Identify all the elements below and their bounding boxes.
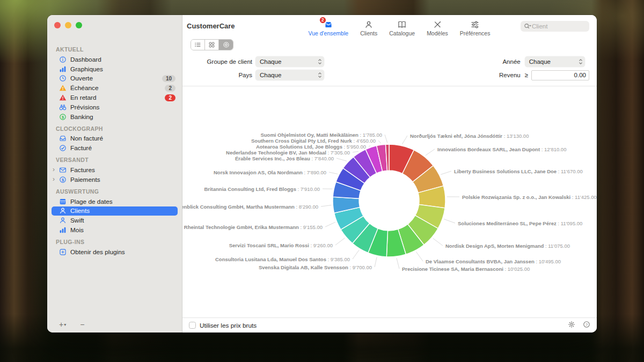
tray-icon [59, 135, 67, 142]
toolbar-item-label: Modèles [427, 30, 448, 36]
sidebar-item-label: Mois [70, 226, 178, 234]
check-circle-icon [59, 144, 67, 152]
revenue-filter-label: Revenu [495, 72, 521, 78]
search-input[interactable] [532, 23, 586, 29]
sidebar-item-label: Paiements [70, 176, 178, 183]
chart-area: Norðurljós Tækni ehf, Jóna Jónsdóttir : … [182, 86, 597, 317]
sidebar-section-title: PLUG-INS [47, 235, 182, 247]
label-leader-line [369, 146, 370, 146]
toolbar-item-label: Préférences [460, 30, 491, 36]
sidebar-item-factures[interactable]: ›Factures [52, 165, 178, 175]
zoom-window-button[interactable] [76, 22, 82, 28]
sidebar-item-mois[interactable]: Mois [52, 225, 178, 235]
disclosure-chevron-icon[interactable]: › [53, 175, 55, 183]
segment-label: Svenska Digitala AB, Kalle Svensson : 9'… [259, 264, 372, 270]
segment-label: Rheintal Technologie GmbH, Erika Musterm… [184, 224, 323, 230]
label-leader-line [321, 205, 331, 207]
segment-label: De Vlaamse Consultants BVBA, Jan Janssen… [426, 258, 561, 264]
dollar-circle-icon: $ [59, 113, 67, 121]
overview-icon: 2 [323, 20, 334, 29]
segment-label: Suomi Ohjelmistot Oy, Matti Meikäläinen … [260, 132, 382, 138]
use-gross-prices-label: Utiliser les prix bruts [200, 322, 568, 329]
sidebar-section-title: VERSANDT [47, 153, 182, 165]
donut-view-button[interactable] [219, 40, 233, 50]
country-filter-popup[interactable]: Chaque [255, 70, 324, 80]
group-filter-popup[interactable]: Chaque [255, 56, 324, 67]
sidebar-item-ouverte[interactable]: Ouverte10 [52, 74, 178, 84]
label-leader-line [397, 258, 399, 269]
bottom-bar: Utiliser les prix bruts ? [182, 317, 597, 333]
segment-label: Precisione Ticinese SA, Maria Bernasconi… [402, 266, 530, 272]
year-filter-label: Année [495, 58, 521, 65]
sidebar-item-label: En retard [70, 94, 165, 101]
sidebar-item-obtenir-des-plugins[interactable]: Obtenir des plugins [52, 247, 178, 257]
toolbar-item-clients[interactable]: Clients [360, 20, 377, 36]
envelope-icon [59, 166, 67, 174]
segment-label: Innovations Bordeaux SARL, Jean Dupont :… [437, 146, 566, 152]
sidebar-item-label: Ouverte [70, 75, 162, 82]
close-window-button[interactable] [54, 22, 61, 28]
toolbar-item-vue-d-ensemble[interactable]: 2Vue d'ensemble [309, 20, 349, 36]
app-title: CustomerCare [187, 22, 278, 30]
remove-button[interactable]: − [80, 320, 84, 329]
segment-label: Servizi Toscani SRL, Mario Rossi : 9'260… [229, 242, 333, 248]
sidebar-item-dashboard[interactable]: Dashboard [52, 55, 178, 64]
toolbar-item-catalogue[interactable]: Catalogue [389, 20, 415, 36]
sidebar-item-swift[interactable]: Swift [52, 216, 178, 225]
toolbar-item-mod-les[interactable]: Modèles [427, 20, 448, 36]
year-filter-popup[interactable]: Chaque [525, 56, 585, 67]
settings-gear-button[interactable] [568, 321, 575, 330]
sidebar-item-pr-visions[interactable]: Prévisions [52, 102, 178, 112]
revenue-input[interactable] [531, 70, 589, 80]
toolbar-item-label: Catalogue [389, 30, 415, 36]
sidebar-item-non-factur-[interactable]: Non facturé [52, 134, 178, 144]
window-controls [47, 15, 182, 28]
count-badge: 2 [165, 85, 175, 92]
sidebar: AKTUELLDashboardGraphiquesOuverte10Échéa… [47, 15, 182, 333]
search-field[interactable] [521, 21, 589, 32]
segment-label: Soluciones Mediterráneo SL, Pepe Pérez :… [458, 220, 582, 226]
disclosure-chevron-icon[interactable]: › [53, 166, 55, 173]
label-leader-line [402, 136, 407, 144]
sidebar-item-label: Prévisions [70, 104, 178, 111]
calendar-icon [59, 198, 67, 205]
label-leader-line [329, 172, 338, 174]
use-gross-prices-checkbox[interactable] [189, 322, 196, 329]
segment-label: Aotearoa Solutions Ltd, Joe Bloggs : 5'9… [256, 144, 366, 150]
sidebar-footer: +▾ − [47, 316, 182, 333]
help-button[interactable]: ? [583, 321, 590, 330]
bar-chart-icon [59, 226, 67, 234]
sidebar-item-label: Dashboard [70, 56, 178, 63]
toolbar-item-pr-f-rences[interactable]: Préférences [460, 20, 491, 36]
add-caret-icon: ▾ [64, 322, 66, 327]
grid-icon [208, 41, 215, 48]
sidebar-item-factur-[interactable]: Facturé [52, 143, 178, 153]
sidebar-item-label: Clients [70, 207, 178, 215]
info-icon [59, 56, 67, 63]
plus-square-icon [59, 248, 67, 256]
country-filter-label: Pays [182, 72, 252, 78]
sidebar-item-banking[interactable]: $Banking [52, 112, 178, 122]
grid-view-button[interactable] [205, 40, 219, 50]
add-button[interactable]: +▾ [59, 320, 66, 329]
toolbar-item-label: Clients [360, 30, 377, 36]
minimize-window-button[interactable] [65, 22, 71, 28]
sidebar-item-paiements[interactable]: ›$Paiements [52, 175, 178, 184]
sidebar-item--ch-ance[interactable]: Échéance2 [52, 83, 178, 93]
sidebar-item-plage-de-dates[interactable]: Plage de dates [52, 197, 178, 206]
label-leader-line [353, 151, 358, 152]
sidebar-item-label: Facturé [70, 144, 178, 152]
segment-label: Southern Cross Digital Pty Ltd, Fred Nur… [251, 138, 376, 144]
sidebar-section-title: AKTUELL [47, 42, 182, 55]
app-window: AKTUELLDashboardGraphiquesOuverte10Échéa… [47, 15, 597, 333]
sidebar-item-clients[interactable]: Clients [52, 206, 178, 216]
svg-text:$: $ [62, 178, 64, 182]
sidebar-item-graphiques[interactable]: Graphiques [52, 64, 178, 74]
person-icon [363, 20, 374, 29]
label-leader-line [444, 219, 455, 224]
segment-label: Liberty Business Solutions LLC, Jane Doe… [454, 168, 583, 174]
label-leader-line [441, 171, 451, 174]
sidebar-item-en-retard[interactable]: En retard2 [52, 93, 178, 102]
segment-label: Britannia Consulting Ltd, Fred Bloggs : … [204, 186, 320, 192]
list-view-button[interactable] [191, 40, 205, 50]
